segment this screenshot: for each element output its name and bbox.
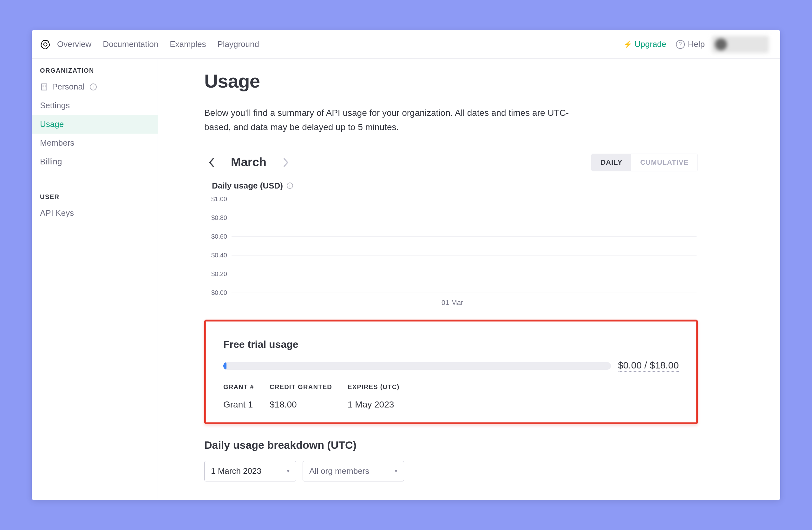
chart-title: Daily usage (USD) i bbox=[212, 181, 698, 191]
y-tick: $0.00 bbox=[208, 289, 227, 297]
y-tick: $0.20 bbox=[208, 270, 227, 278]
period-row: March DAILY CUMULATIVE bbox=[204, 154, 698, 171]
user-menu[interactable] bbox=[712, 36, 769, 53]
sidebar-item-personal[interactable]: Personal i bbox=[32, 77, 158, 96]
free-trial-title: Free trial usage bbox=[223, 339, 679, 350]
building-icon bbox=[40, 83, 48, 91]
upgrade-button[interactable]: ⚡ Upgrade bbox=[624, 39, 666, 49]
svg-rect-1 bbox=[41, 84, 47, 90]
grant-col-number: GRANT # bbox=[223, 383, 261, 391]
grant-table-row: Grant 1 $18.00 1 May 2023 bbox=[223, 400, 679, 410]
chevron-down-icon: ▾ bbox=[287, 468, 290, 474]
sidebar-item-label: Members bbox=[40, 138, 74, 148]
y-tick: $0.80 bbox=[208, 214, 227, 221]
y-tick: $0.40 bbox=[208, 252, 227, 259]
sidebar-item-members[interactable]: Members bbox=[32, 134, 158, 152]
date-select-value: 1 March 2023 bbox=[211, 466, 261, 476]
y-tick: $0.60 bbox=[208, 233, 227, 240]
sidebar-heading-organization: ORGANIZATION bbox=[32, 63, 158, 77]
daily-usage-chart-section: Daily usage (USD) i $1.00 $0.80 $0.60 $0… bbox=[204, 181, 698, 307]
chart-title-text: Daily usage (USD) bbox=[212, 181, 283, 191]
nav-overview[interactable]: Overview bbox=[57, 39, 91, 49]
free-trial-progress-fill bbox=[223, 362, 227, 370]
sidebar-heading-user: USER bbox=[32, 189, 158, 204]
member-select-value: All org members bbox=[309, 466, 369, 476]
grant-cell-number: Grant 1 bbox=[223, 400, 261, 410]
help-button[interactable]: ? Help bbox=[676, 39, 705, 49]
app-window: Overview Documentation Examples Playgrou… bbox=[32, 30, 780, 500]
sidebar-item-api-keys[interactable]: API Keys bbox=[32, 204, 158, 223]
breakdown-title: Daily usage breakdown (UTC) bbox=[204, 439, 698, 451]
sidebar-item-label: API Keys bbox=[40, 208, 74, 218]
grant-table: GRANT # CREDIT GRANTED EXPIRES (UTC) Gra… bbox=[223, 383, 679, 410]
openai-logo-icon[interactable] bbox=[39, 39, 52, 51]
avatar-icon bbox=[715, 39, 727, 51]
nav-documentation[interactable]: Documentation bbox=[103, 39, 158, 49]
info-icon[interactable]: i bbox=[90, 84, 97, 90]
sidebar-item-label: Usage bbox=[40, 119, 64, 129]
info-icon[interactable]: i bbox=[287, 183, 293, 189]
bolt-icon: ⚡ bbox=[624, 40, 632, 48]
view-mode-toggle: DAILY CUMULATIVE bbox=[591, 154, 698, 171]
next-month-button[interactable] bbox=[279, 156, 293, 170]
sidebar-item-billing[interactable]: Billing bbox=[32, 152, 158, 171]
chart-grid: $1.00 $0.80 $0.60 $0.40 $0.20 $0.00 bbox=[232, 199, 697, 293]
svg-point-0 bbox=[44, 43, 47, 46]
grant-col-expires: EXPIRES (UTC) bbox=[348, 383, 417, 391]
member-select[interactable]: All org members ▾ bbox=[303, 461, 404, 482]
sidebar-item-label: Billing bbox=[40, 157, 62, 167]
month-label: March bbox=[231, 156, 266, 169]
nav-playground[interactable]: Playground bbox=[217, 39, 259, 49]
sidebar-item-label: Settings bbox=[40, 101, 70, 111]
prev-month-button[interactable] bbox=[204, 156, 218, 170]
chevron-down-icon: ▾ bbox=[395, 468, 397, 474]
grant-cell-credit: $18.00 bbox=[270, 400, 339, 410]
free-trial-progress-bar bbox=[223, 362, 611, 370]
free-trial-progress-row: $0.00 / $18.00 bbox=[223, 360, 679, 372]
y-tick: $1.00 bbox=[208, 196, 227, 203]
topnav-links: Overview Documentation Examples Playgrou… bbox=[57, 39, 259, 49]
sidebar-item-label: Personal bbox=[52, 82, 85, 92]
breakdown-filters: 1 March 2023 ▾ All org members ▾ bbox=[204, 461, 698, 482]
tab-daily[interactable]: DAILY bbox=[592, 154, 631, 171]
sidebar-item-settings[interactable]: Settings bbox=[32, 96, 158, 115]
grant-table-header: GRANT # CREDIT GRANTED EXPIRES (UTC) bbox=[223, 383, 679, 391]
help-icon: ? bbox=[676, 40, 685, 49]
daily-usage-chart: $1.00 $0.80 $0.60 $0.40 $0.20 $0.00 01 M… bbox=[208, 199, 697, 307]
free-trial-amount: $0.00 / $18.00 bbox=[618, 360, 679, 372]
free-trial-panel: Free trial usage $0.00 / $18.00 GRANT # … bbox=[204, 319, 698, 424]
main-content: Usage Below you'll find a summary of API… bbox=[158, 59, 780, 500]
sidebar-item-usage[interactable]: Usage bbox=[32, 115, 158, 134]
grant-col-credit: CREDIT GRANTED bbox=[270, 383, 339, 391]
x-tick: 01 Mar bbox=[441, 299, 463, 307]
page-description: Below you'll find a summary of API usage… bbox=[204, 106, 585, 134]
accordion-model-usage[interactable]: Model usage 0 requests ⌄ bbox=[204, 493, 698, 500]
help-label: Help bbox=[688, 39, 705, 49]
tab-cumulative[interactable]: CUMULATIVE bbox=[631, 154, 697, 171]
sidebar: ORGANIZATION Personal i Settings Usage M… bbox=[32, 59, 158, 500]
page-title: Usage bbox=[204, 70, 698, 92]
upgrade-label: Upgrade bbox=[635, 39, 666, 49]
nav-examples[interactable]: Examples bbox=[170, 39, 206, 49]
top-navbar: Overview Documentation Examples Playgrou… bbox=[32, 30, 780, 59]
grant-cell-expires: 1 May 2023 bbox=[348, 400, 417, 410]
date-select[interactable]: 1 March 2023 ▾ bbox=[204, 461, 296, 482]
